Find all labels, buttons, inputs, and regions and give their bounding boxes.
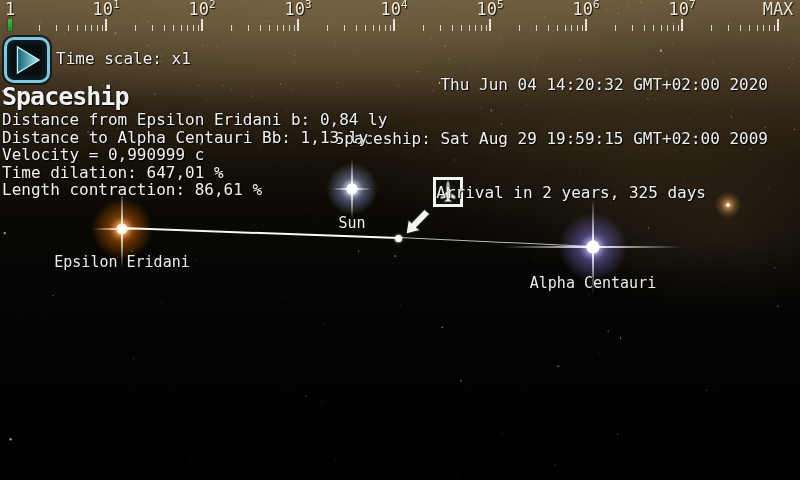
scale-minor-tick bbox=[769, 25, 770, 31]
scale-minor-tick bbox=[673, 25, 674, 31]
scale-major-tick bbox=[201, 19, 203, 31]
scale-minor-tick bbox=[577, 25, 578, 31]
scale-minor-tick bbox=[187, 25, 188, 31]
scale-minor-tick bbox=[644, 25, 645, 31]
scale-minor-tick bbox=[711, 25, 712, 31]
scale-minor-tick bbox=[365, 25, 366, 31]
stat-velocity: Velocity = 0,990999 c bbox=[2, 146, 387, 164]
scale-minor-tick bbox=[344, 25, 345, 31]
stat-distance-from: Distance from Epsilon Eridani b: 0,84 ly bbox=[2, 111, 387, 129]
arrival-countdown: Arrival in 2 years, 325 days bbox=[335, 184, 768, 202]
scale-major-tick bbox=[297, 19, 299, 31]
scale-label-105: 105 bbox=[476, 0, 503, 18]
play-icon bbox=[7, 40, 47, 80]
scale-label-101: 101 bbox=[92, 0, 119, 18]
scale-minor-tick bbox=[678, 25, 679, 31]
scale-minor-tick bbox=[102, 25, 103, 31]
scale-minor-tick bbox=[379, 25, 380, 31]
scale-minor-tick bbox=[615, 25, 616, 31]
scale-minor-tick bbox=[68, 25, 69, 31]
scale-minor-tick bbox=[661, 25, 662, 31]
scale-minor-tick bbox=[173, 25, 174, 31]
panel-title: Spaceship bbox=[2, 83, 387, 110]
scale-minor-tick bbox=[56, 25, 57, 31]
scale-minor-tick bbox=[152, 25, 153, 31]
time-scale-marker[interactable] bbox=[8, 19, 12, 31]
scale-minor-tick bbox=[97, 25, 98, 31]
scale-minor-tick bbox=[519, 25, 520, 31]
scale-minor-tick bbox=[667, 25, 668, 31]
scale-minor-tick bbox=[461, 25, 462, 31]
spaceship-time: Spaceship: Sat Aug 29 19:59:15 GMT+02:00… bbox=[335, 130, 768, 148]
spaceship-panel: Spaceship Distance from Epsilon Eridani … bbox=[2, 83, 387, 199]
scale-minor-tick bbox=[571, 25, 572, 31]
scale-label-103: 103 bbox=[284, 0, 311, 18]
scale-major-tick bbox=[681, 19, 683, 31]
scale-minor-tick bbox=[536, 25, 537, 31]
scale-minor-tick bbox=[385, 25, 386, 31]
game-screen: Epsilon EridaniSunAlpha Centauri 1101102… bbox=[0, 0, 800, 480]
scale-major-tick bbox=[393, 19, 395, 31]
scale-minor-tick bbox=[423, 25, 424, 31]
scale-minor-tick bbox=[774, 25, 775, 31]
scale-minor-tick bbox=[283, 25, 284, 31]
scale-minor-tick bbox=[390, 25, 391, 31]
scale-label-107: 107 bbox=[668, 0, 695, 18]
stat-distance-to: Distance to Alpha Centauri Bb: 1,13 ly bbox=[2, 129, 387, 147]
mission-clock: Thu Jun 04 14:20:32 GMT+02:00 2020 Space… bbox=[335, 40, 768, 238]
scale-minor-tick bbox=[740, 25, 741, 31]
scale-minor-tick bbox=[653, 25, 654, 31]
scale-minor-tick bbox=[757, 25, 758, 31]
scale-major-tick bbox=[585, 19, 587, 31]
scale-minor-tick bbox=[294, 25, 295, 31]
scale-minor-tick bbox=[475, 25, 476, 31]
scale-minor-tick bbox=[277, 25, 278, 31]
time-scale-ruler[interactable]: 1101102103104105106107MAX bbox=[0, 0, 800, 34]
scale-label-102: 102 bbox=[188, 0, 215, 18]
scale-minor-tick bbox=[289, 25, 290, 31]
scale-minor-tick bbox=[269, 25, 270, 31]
scale-label-106: 106 bbox=[572, 0, 599, 18]
time-scale-label: Time scale: x1 bbox=[56, 49, 191, 68]
scale-label-104: 104 bbox=[380, 0, 407, 18]
stat-length-contraction: Length contraction: 86,61 % bbox=[2, 181, 387, 199]
scale-minor-tick bbox=[763, 25, 764, 31]
scale-minor-tick bbox=[198, 25, 199, 31]
scale-minor-tick bbox=[327, 25, 328, 31]
scale-label-1: 1 bbox=[5, 0, 15, 18]
play-pause-button[interactable] bbox=[4, 37, 50, 83]
scale-label-max: MAX bbox=[763, 0, 794, 18]
scale-minor-tick bbox=[260, 25, 261, 31]
star-label: Epsilon Eridani bbox=[54, 253, 189, 271]
scale-major-tick bbox=[105, 19, 107, 31]
scale-minor-tick bbox=[193, 25, 194, 31]
earth-time: Thu Jun 04 14:20:32 GMT+02:00 2020 bbox=[335, 76, 768, 94]
scale-minor-tick bbox=[557, 25, 558, 31]
scale-major-tick bbox=[489, 19, 491, 31]
scale-minor-tick bbox=[181, 25, 182, 31]
scale-minor-tick bbox=[39, 25, 40, 31]
scale-minor-tick bbox=[231, 25, 232, 31]
scale-minor-tick bbox=[77, 25, 78, 31]
scale-minor-tick bbox=[373, 25, 374, 31]
scale-major-tick bbox=[777, 19, 779, 31]
scale-minor-tick bbox=[440, 25, 441, 31]
scale-minor-tick bbox=[548, 25, 549, 31]
scale-minor-tick bbox=[728, 25, 729, 31]
scale-minor-tick bbox=[749, 25, 750, 31]
scale-minor-tick bbox=[486, 25, 487, 31]
scale-minor-tick bbox=[565, 25, 566, 31]
scale-minor-tick bbox=[164, 25, 165, 31]
scale-minor-tick bbox=[135, 25, 136, 31]
scale-minor-tick bbox=[85, 25, 86, 31]
scale-minor-tick bbox=[469, 25, 470, 31]
scale-minor-tick bbox=[91, 25, 92, 31]
scale-minor-tick bbox=[356, 25, 357, 31]
scale-minor-tick bbox=[582, 25, 583, 31]
stat-time-dilation: Time dilation: 647,01 % bbox=[2, 164, 387, 182]
scale-minor-tick bbox=[481, 25, 482, 31]
scale-minor-tick bbox=[632, 25, 633, 31]
scale-minor-tick bbox=[452, 25, 453, 31]
star-label: Alpha Centauri bbox=[530, 274, 656, 292]
scale-minor-tick bbox=[248, 25, 249, 31]
